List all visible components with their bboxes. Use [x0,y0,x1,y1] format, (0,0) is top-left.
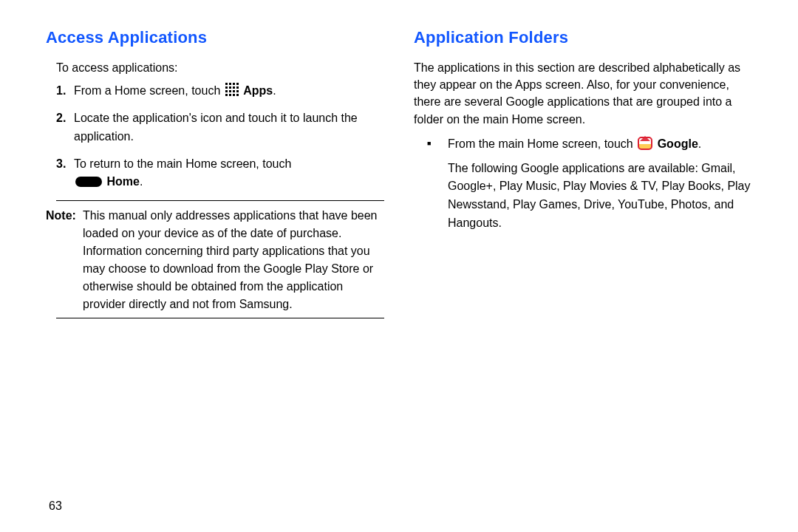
step-3-text-a: To return to the main Home screen, touch [74,157,291,170]
step-body: Locate the application's icon and touch … [74,109,384,146]
note-body: This manual only addresses applications … [83,207,384,313]
step-body: From a Home screen, touch Apps. [74,82,384,100]
bullet-text-a: From the main Home screen, touch [448,137,636,150]
bullet-text-c: . [698,137,701,150]
apps-grid-icon [225,83,239,96]
step-1-apps-label: Apps [243,84,273,97]
step-3: 3. To return to the main Home screen, to… [56,155,384,192]
folders-intro: The applications in this section are des… [414,59,752,128]
numbered-steps: 1. From a Home screen, touch Apps. 2. Lo… [56,82,384,191]
heading-access-applications: Access Applications [46,28,384,47]
step-body: To return to the main Home screen, touch… [74,155,384,192]
home-button-icon [75,177,102,187]
manual-page: Access Applications To access applicatio… [0,0,798,532]
bullet-google-label: Google [658,137,698,150]
bullet-google-folder: ■ From the main Home screen, touch Googl… [427,135,752,233]
note-block: Note: This manual only addresses applica… [46,207,384,313]
step-3-home-label: Home [106,175,139,188]
google-folder-icon [638,137,652,150]
step-1-text-a: From a Home screen, touch [74,84,224,97]
right-column: Application Folders The applications in … [399,28,771,532]
bullet-marker: ■ [427,135,448,233]
google-apps-list: The following Google applications are av… [448,160,752,233]
bullet-body: From the main Home screen, touch Google.… [448,135,752,233]
step-1: 1. From a Home screen, touch Apps. [56,82,384,100]
step-number: 2. [56,109,74,146]
step-number: 3. [56,155,74,192]
note-separator-bottom [56,318,384,318]
intro-text: To access applications: [56,59,384,76]
step-2: 2. Locate the application's icon and tou… [56,109,384,146]
left-column: Access Applications To access applicatio… [27,28,399,532]
step-3-text-c: . [140,175,143,188]
heading-application-folders: Application Folders [414,28,752,47]
step-number: 1. [56,82,74,100]
step-1-text-c: . [273,84,276,97]
note-label: Note: [46,207,83,313]
page-number: 63 [49,499,62,513]
note-separator-top [56,200,384,201]
